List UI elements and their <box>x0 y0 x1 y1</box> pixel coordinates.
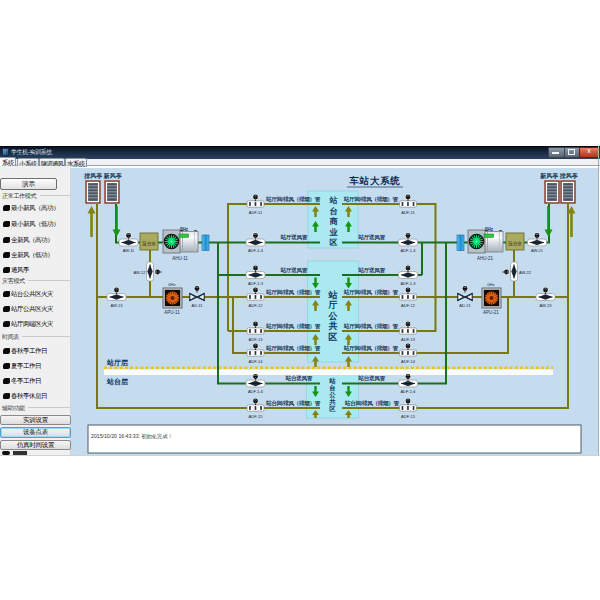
svg-text:AD-11: AD-11 <box>191 303 203 308</box>
svg-text:站台回/排风（排烟）管: 站台回/排风（排烟）管 <box>265 400 320 407</box>
svg-text:站台层: 站台层 <box>106 378 129 386</box>
svg-text:站厅回/排风（排烟）管: 站厅回/排风（排烟）管 <box>343 323 398 330</box>
svg-text:ADF-13: ADF-13 <box>249 337 264 342</box>
svg-text:ADF-11: ADF-11 <box>249 210 263 215</box>
svg-text:站厅回/排风（排烟）管: 站厅回/排风（排烟）管 <box>343 345 398 352</box>
svg-text:商: 商 <box>330 216 339 226</box>
svg-text:站台送风管: 站台送风管 <box>358 375 386 382</box>
svg-text:ADF-11: ADF-11 <box>401 210 415 215</box>
svg-text:ADF-1-6: ADF-1-6 <box>400 389 416 394</box>
svg-text:0Hz: 0Hz <box>485 227 494 232</box>
svg-text:共: 共 <box>329 321 338 331</box>
svg-text:站厅层: 站厅层 <box>106 359 129 367</box>
svg-text:混合室: 混合室 <box>507 240 522 247</box>
svg-text:公: 公 <box>328 311 339 321</box>
svg-text:AW-11: AW-11 <box>123 248 135 253</box>
svg-text:站厅送风管: 站厅送风管 <box>358 234 386 241</box>
svg-text:ADF-15: ADF-15 <box>249 414 264 419</box>
svg-text:厅: 厅 <box>328 300 338 310</box>
svg-text:ADF-1-3: ADF-1-3 <box>248 281 264 286</box>
svg-text:AW-12: AW-12 <box>133 270 146 275</box>
svg-text:ADF-1-4: ADF-1-4 <box>400 248 416 253</box>
svg-text:混合室: 混合室 <box>141 240 156 247</box>
svg-text:ADF-14: ADF-14 <box>401 359 416 364</box>
svg-text:站厅回/排风（排烟）管: 站厅回/排风（排烟）管 <box>343 289 398 296</box>
svg-text:站厅回/排风（排烟）管: 站厅回/排风（排烟）管 <box>343 196 398 203</box>
svg-text:AHU-21: AHU-21 <box>477 256 494 261</box>
svg-text:站厅回/排风（排烟）管: 站厅回/排风（排烟）管 <box>265 196 320 203</box>
svg-text:AW-23: AW-23 <box>539 303 552 308</box>
svg-text:0Hz: 0Hz <box>180 227 189 232</box>
svg-text:区: 区 <box>330 238 338 247</box>
svg-text:ADF-12: ADF-12 <box>249 303 264 308</box>
svg-text:APU-11: APU-11 <box>164 310 180 315</box>
svg-text:AW-21: AW-21 <box>531 248 544 253</box>
svg-text:站厅送风管: 站厅送风管 <box>358 267 386 274</box>
svg-text:0Hz: 0Hz <box>168 282 175 287</box>
svg-text:APU-21: APU-21 <box>483 310 499 315</box>
svg-text:AW-22: AW-22 <box>519 270 532 275</box>
svg-text:站厅回/排风（排烟）管: 站厅回/排风（排烟）管 <box>265 345 320 352</box>
svg-text:0Hz: 0Hz <box>487 282 494 287</box>
svg-text:站厅回/排风（排烟）管: 站厅回/排风（排烟）管 <box>265 289 320 296</box>
svg-text:台: 台 <box>330 206 338 216</box>
svg-text:2015/10/20 16:43:33: 初始化完成！: 2015/10/20 16:43:33: 初始化完成！ <box>91 433 173 440</box>
svg-text:ADF-1-3: ADF-1-3 <box>400 281 416 286</box>
svg-text:站厅回/排风（排烟）管: 站厅回/排风（排烟）管 <box>265 323 320 330</box>
svg-text:站: 站 <box>329 196 338 205</box>
svg-text:站台送风管: 站台送风管 <box>285 375 313 382</box>
svg-text:AD-21: AD-21 <box>459 303 471 308</box>
svg-text:ADF-12: ADF-12 <box>401 303 416 308</box>
svg-text:区: 区 <box>329 405 336 412</box>
svg-text:ADF-14: ADF-14 <box>249 359 264 364</box>
svg-text:站厅送风管: 站厅送风管 <box>280 234 308 241</box>
svg-text:站台回/排风（排烟）管: 站台回/排风（排烟）管 <box>344 400 399 407</box>
svg-text:ADF-15: ADF-15 <box>401 414 416 419</box>
svg-text:站厅送风管: 站厅送风管 <box>280 267 308 274</box>
svg-text:ADF-1-4: ADF-1-4 <box>248 248 264 253</box>
svg-text:ADF-1-6: ADF-1-6 <box>248 389 264 394</box>
svg-text:ADF-13: ADF-13 <box>401 337 416 342</box>
svg-text:区: 区 <box>329 332 338 342</box>
svg-text:业: 业 <box>330 228 339 237</box>
svg-text:车站大系统: 车站大系统 <box>349 175 401 186</box>
svg-text:新风亭 排风亭: 新风亭 排风亭 <box>539 172 578 180</box>
svg-text:AHU-11: AHU-11 <box>172 256 188 261</box>
svg-text:站: 站 <box>328 290 338 300</box>
svg-text:排风亭 新风亭: 排风亭 新风亭 <box>83 172 122 180</box>
svg-text:AW-13: AW-13 <box>110 303 123 308</box>
